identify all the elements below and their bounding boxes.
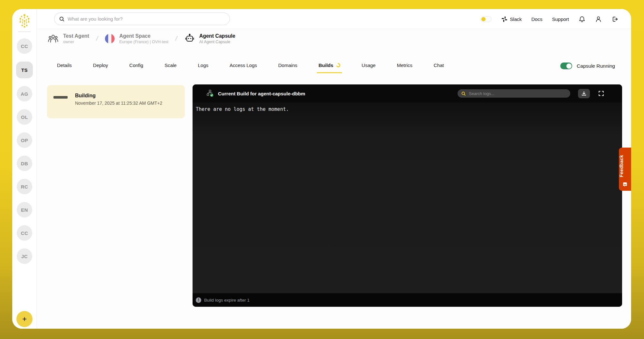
feedback-label: Feedback — [619, 152, 631, 180]
breadcrumb: Test Agent owner / Agent Space Europe (F… — [48, 33, 235, 44]
org-avatar[interactable]: DB — [17, 156, 32, 171]
support-link[interactable]: Support — [552, 16, 569, 22]
build-status-dash-icon — [53, 96, 68, 99]
slack-link[interactable]: Slack — [501, 16, 522, 22]
tab-logs[interactable]: Logs — [196, 61, 210, 72]
build-list-item[interactable]: Building November 17, 2025 at 11:25:32 A… — [47, 85, 185, 118]
tab-chat[interactable]: Chat — [432, 61, 446, 72]
app-logo-icon[interactable] — [17, 13, 32, 28]
tab-metrics[interactable]: Metrics — [395, 61, 414, 72]
main-content: Test Agent owner / Agent Space Europe (F… — [37, 29, 631, 329]
tab-details[interactable]: Details — [55, 61, 73, 72]
robot-icon — [185, 34, 195, 44]
log-search-input[interactable] — [469, 91, 570, 96]
build-spinner-icon — [336, 63, 341, 68]
capsule-status-label: Capsule Running — [577, 63, 615, 69]
capsule-running-toggle[interactable] — [560, 63, 572, 69]
tab-access-logs[interactable]: Access Logs — [228, 61, 259, 72]
org-rail: CC TS AG OL OP DB RC EN CC JC + — [12, 9, 37, 329]
download-logs-button[interactable] — [578, 89, 590, 98]
tab-deploy[interactable]: Deploy — [91, 61, 110, 72]
toggle-knob — [566, 63, 572, 69]
org-avatar-list: CC TS AG OL OP DB RC EN CC JC — [12, 38, 37, 264]
info-icon: ! — [196, 297, 201, 303]
download-icon — [581, 91, 587, 96]
team-icon — [48, 33, 59, 44]
org-avatar[interactable]: AG — [17, 86, 32, 102]
log-search[interactable] — [458, 89, 570, 98]
org-avatar[interactable]: OP — [17, 132, 32, 148]
breadcrumb-organisation[interactable]: Test Agent owner — [48, 33, 89, 44]
tab-usage[interactable]: Usage — [360, 61, 377, 72]
toggle-knob — [481, 17, 486, 21]
log-output-area: There are no logs at the moment. — [193, 102, 622, 293]
docs-link[interactable]: Docs — [531, 16, 542, 22]
account-button[interactable] — [595, 16, 602, 23]
log-panel-header: Current Build for agent-capsule-dbbm — [193, 84, 622, 102]
tab-domains[interactable]: Domains — [277, 61, 299, 72]
breadcrumb-space-title: Agent Space — [119, 33, 168, 39]
org-avatar[interactable]: OL — [17, 109, 32, 125]
breadcrumb-capsule-subtitle: AI Agent Capsule — [199, 40, 235, 44]
tab-bar: Details Deploy Config Scale Logs Access … — [55, 61, 623, 75]
logout-icon — [611, 16, 618, 23]
docs-label: Docs — [531, 16, 542, 22]
slack-label: Slack — [510, 16, 522, 22]
bell-icon — [579, 16, 585, 23]
tab-builds-label: Builds — [318, 63, 333, 68]
topbar: Slack Docs Support — [37, 9, 631, 29]
log-panel-title: Current Build for agent-capsule-dbbm — [218, 91, 305, 96]
log-expiry-note: Build logs expire after 1 — [204, 298, 250, 303]
feedback-chat-icon — [623, 182, 627, 187]
search-icon — [59, 16, 65, 22]
global-search[interactable] — [54, 13, 230, 25]
log-panel-footer: ! Build logs expire after 1 — [193, 293, 622, 307]
notifications-button[interactable] — [579, 16, 585, 23]
app-window: CC TS AG OL OP DB RC EN CC JC + — [12, 9, 631, 329]
build-status: Building — [75, 93, 162, 99]
global-search-input[interactable] — [68, 16, 230, 22]
log-empty-message: There are no logs at the moment. — [196, 106, 619, 112]
org-avatar[interactable]: JC — [17, 248, 32, 264]
search-icon — [461, 91, 466, 96]
breadcrumb-space[interactable]: Agent Space Europe (France) | OVH-test — [105, 33, 168, 44]
tab-config[interactable]: Config — [128, 61, 145, 72]
tab-builds[interactable]: Builds — [317, 61, 342, 73]
org-avatar[interactable]: CC — [17, 38, 32, 54]
breadcrumb-org-title: Test Agent — [63, 33, 89, 39]
org-avatar[interactable]: EN — [17, 202, 32, 218]
breadcrumb-capsule[interactable]: Agent Capsule AI Agent Capsule — [185, 33, 235, 44]
breadcrumb-separator: / — [175, 35, 178, 42]
capsule-status: Capsule Running — [560, 63, 615, 69]
org-avatar[interactable]: CC — [17, 225, 32, 241]
feedback-button[interactable]: Feedback — [619, 148, 631, 191]
tab-scale[interactable]: Scale — [163, 61, 178, 72]
breadcrumb-separator: / — [95, 35, 99, 42]
user-icon — [595, 16, 602, 23]
org-avatar-selected[interactable]: TS — [16, 62, 33, 78]
add-organisation-button[interactable]: + — [16, 311, 33, 327]
slack-icon — [501, 16, 507, 22]
fullscreen-button[interactable] — [598, 91, 604, 96]
flag-france-icon — [105, 34, 115, 44]
fullscreen-icon — [598, 91, 604, 96]
theme-toggle[interactable] — [480, 16, 492, 22]
build-timestamp: November 17, 2025 at 11:25:32 AM GMT+2 — [75, 101, 162, 106]
breadcrumb-org-subtitle: owner — [63, 40, 89, 44]
build-tree-check-icon — [206, 90, 214, 98]
divider — [18, 32, 31, 32]
support-label: Support — [552, 16, 569, 22]
breadcrumb-space-subtitle: Europe (France) | OVH-test — [119, 40, 168, 44]
logout-button[interactable] — [611, 16, 618, 23]
topbar-actions: Slack Docs Support — [480, 9, 618, 29]
breadcrumb-capsule-title: Agent Capsule — [199, 33, 235, 39]
org-avatar[interactable]: RC — [17, 179, 32, 194]
build-log-panel: Current Build for agent-capsule-dbbm — [193, 84, 622, 307]
